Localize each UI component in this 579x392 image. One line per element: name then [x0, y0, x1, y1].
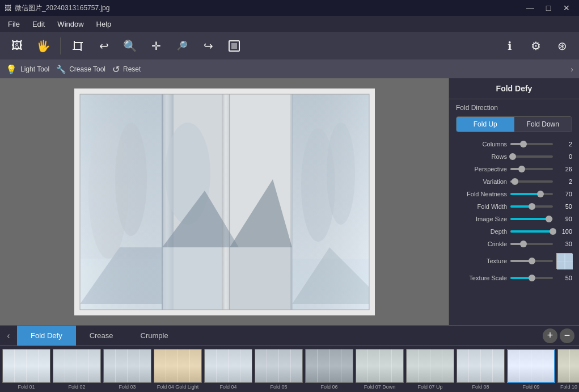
- slider-row-fold-neatness: Fold Neatness 70: [449, 188, 579, 200]
- texture-scale-slider[interactable]: [510, 277, 553, 279]
- zoom-in-tool-button[interactable]: 🔍: [119, 35, 141, 57]
- slider-thumb-4[interactable]: [537, 191, 544, 197]
- thumbnail-item[interactable]: Fold 07 Up: [406, 349, 454, 390]
- thumbnail-item[interactable]: Fold 08: [457, 349, 505, 390]
- texture-slider[interactable]: [510, 260, 553, 262]
- slider-row-rows: Rows 0: [449, 150, 579, 163]
- thumbnail-image: [356, 349, 404, 383]
- slider-track-4[interactable]: [510, 193, 553, 195]
- slider-value-6: 90: [556, 216, 572, 222]
- slider-thumb-7[interactable]: [550, 228, 556, 235]
- menu-file[interactable]: File: [2, 18, 26, 31]
- thumbnail-item[interactable]: Fold 04: [204, 349, 252, 390]
- menu-help[interactable]: Help: [91, 18, 117, 31]
- fold-grid: [154, 349, 201, 382]
- thumbnail-item[interactable]: Fold 04 Gold Light: [154, 349, 202, 390]
- maximize-button[interactable]: □: [540, 2, 556, 14]
- share-tool-button[interactable]: ⊛: [551, 35, 573, 57]
- close-button[interactable]: ✕: [559, 2, 574, 14]
- texture-row: Texture: [449, 250, 579, 272]
- bottom-tab-crumple[interactable]: Crumple: [127, 326, 182, 345]
- thumbnail-image: [204, 349, 252, 383]
- slider-thumb-5[interactable]: [529, 203, 535, 210]
- slider-label-8: Crinkle: [456, 241, 507, 247]
- thumbnail-label: Fold 05: [270, 384, 287, 390]
- canvas-area[interactable]: [0, 78, 449, 325]
- thumbnail-item[interactable]: Fold 02: [53, 349, 101, 390]
- fold-up-button[interactable]: Fold Up: [457, 117, 514, 132]
- bottom-actions: + −: [543, 328, 579, 343]
- slider-thumb-1[interactable]: [509, 153, 516, 160]
- bottom-tab-crease[interactable]: Crease: [76, 326, 127, 345]
- slider-thumb-0[interactable]: [520, 141, 527, 147]
- slider-row-image-size: Image Size 90: [449, 213, 579, 225]
- slider-track-1[interactable]: [510, 155, 553, 158]
- thumbnail-item[interactable]: Fold 07 Down: [356, 349, 404, 390]
- thumbnail-label: Fold 10 BeigeLight: [560, 384, 579, 390]
- texture-scale-value: 50: [556, 275, 572, 281]
- light-icon: 💡: [6, 64, 17, 75]
- slider-track-6[interactable]: [510, 218, 553, 220]
- add-preset-button[interactable]: +: [543, 328, 557, 343]
- fold-grid: [356, 349, 403, 382]
- svg-rect-21: [230, 247, 292, 310]
- slider-label-0: Columns: [456, 141, 507, 147]
- transform-tool-button[interactable]: ↩: [92, 35, 115, 57]
- slider-fill-7: [510, 230, 553, 233]
- thumbnail-image: [2, 349, 50, 383]
- sub-toolbar: 💡 Light Tool 🔧 Crease Tool ↺ Reset ›: [0, 60, 579, 78]
- collapse-button[interactable]: ‹: [0, 326, 17, 346]
- sub-toolbar-arrow[interactable]: ›: [570, 65, 573, 74]
- frame-tool-button[interactable]: [223, 35, 246, 57]
- menu-bar: File Edit Window Help: [0, 16, 579, 32]
- thumbnail-label: Fold 04 Gold Light: [157, 384, 199, 390]
- slider-row-variation: Variation 2: [449, 175, 579, 188]
- zoom-out-tool-button[interactable]: 🔎: [171, 35, 193, 57]
- slider-value-0: 2: [556, 141, 572, 147]
- bottom-tab-fold-defy[interactable]: Fold Defy: [17, 326, 76, 345]
- texture-scale-thumb[interactable]: [529, 275, 535, 281]
- menu-window[interactable]: Window: [52, 18, 89, 31]
- slider-thumb-8[interactable]: [520, 241, 527, 247]
- thumbnail-item[interactable]: Fold 05: [255, 349, 303, 390]
- hand-tool-button[interactable]: 🖐: [32, 35, 54, 57]
- crease-tool[interactable]: 🔧 Crease Tool: [56, 65, 105, 74]
- settings-tool-button[interactable]: ⚙: [525, 35, 547, 57]
- minimize-button[interactable]: —: [522, 2, 538, 14]
- main-area: Fold Defy Fold Direction Fold Up Fold Do…: [0, 78, 579, 325]
- fold-grid: [508, 350, 554, 382]
- fold-grid: [558, 349, 579, 382]
- info-tool-button[interactable]: ℹ: [498, 35, 521, 57]
- slider-track-5[interactable]: [510, 205, 553, 208]
- thumbnail-strip: Fold 01 Fold 02 Fold 03 Fold 04 Gold Lig…: [0, 345, 579, 392]
- thumbnail-label: Fold 02: [68, 384, 85, 390]
- fold-grid: [306, 349, 353, 382]
- thumbnail-item[interactable]: Fold 10 BeigeLight: [557, 349, 579, 390]
- move-tool-button[interactable]: ✛: [145, 35, 167, 57]
- fold-grid: [3, 349, 50, 382]
- thumbnail-item[interactable]: Fold 09: [507, 349, 555, 390]
- light-tool[interactable]: 💡 Light Tool: [6, 64, 49, 75]
- texture-thumb[interactable]: [529, 258, 535, 264]
- menu-edit[interactable]: Edit: [27, 18, 50, 31]
- tabs-container: Fold DefyCreaseCrumple: [17, 326, 182, 345]
- crop-tool-button[interactable]: [66, 35, 89, 57]
- thumbnail-item[interactable]: Fold 01: [2, 349, 50, 390]
- slider-track-3[interactable]: [510, 180, 553, 183]
- thumbnail-item[interactable]: Fold 06: [305, 349, 353, 390]
- fold-down-button[interactable]: Fold Down: [514, 117, 572, 132]
- redo-tool-button[interactable]: ↪: [197, 35, 219, 57]
- slider-label-6: Image Size: [456, 216, 507, 222]
- slider-track-7[interactable]: [510, 230, 553, 233]
- slider-track-8[interactable]: [510, 243, 553, 245]
- slider-track-0[interactable]: [510, 143, 553, 145]
- remove-preset-button[interactable]: −: [560, 328, 574, 343]
- slider-track-2[interactable]: [510, 168, 553, 170]
- texture-preview[interactable]: [556, 253, 572, 269]
- slider-thumb-6[interactable]: [546, 216, 552, 222]
- slider-thumb-2[interactable]: [518, 166, 525, 172]
- reset-tool[interactable]: ↺ Reset: [112, 64, 141, 75]
- slider-thumb-3[interactable]: [512, 178, 518, 185]
- image-tool-button[interactable]: 🖼: [6, 35, 28, 57]
- thumbnail-item[interactable]: Fold 03: [103, 349, 151, 390]
